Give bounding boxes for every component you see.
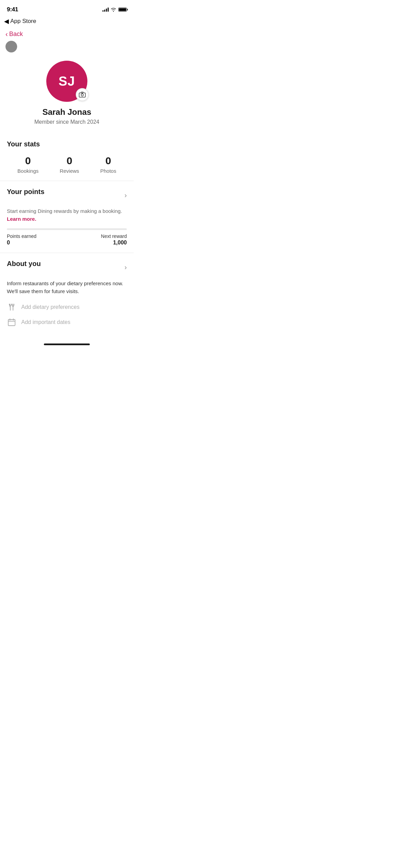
home-bar: [44, 343, 90, 345]
stat-photos-value: 0: [105, 155, 111, 167]
app-store-bar: ◀ App Store: [0, 16, 134, 27]
status-bar: 9:41: [0, 0, 134, 16]
points-next-reward-value: 1,000: [113, 240, 127, 246]
points-section-title: Your points: [7, 188, 45, 196]
home-indicator: [0, 339, 134, 348]
avatar-placeholder: [5, 41, 17, 52]
points-labels-row: Points earned Next reward: [7, 233, 127, 239]
change-photo-button[interactable]: [76, 88, 89, 101]
learn-more-link[interactable]: Learn more.: [7, 216, 36, 222]
fork-knife-icon: [7, 303, 16, 312]
about-section-title: About you: [7, 260, 41, 268]
avatar-initials: SJ: [59, 74, 75, 89]
avatar-wrapper: SJ: [46, 61, 87, 102]
calendar-svg-icon: [7, 318, 16, 327]
svg-rect-8: [8, 320, 15, 326]
important-dates-label: Add important dates: [21, 319, 70, 325]
profile-member-since: Member since March 2024: [34, 119, 99, 125]
camera-icon: [79, 91, 86, 98]
stat-reviews-label: Reviews: [60, 168, 79, 174]
stats-row: 0 Bookings 0 Reviews 0 Photos: [7, 155, 127, 174]
wifi-icon: [111, 8, 116, 12]
dietary-preferences-item[interactable]: Add dietary preferences: [7, 302, 127, 312]
about-section-header[interactable]: About you ›: [7, 260, 127, 275]
back-nav[interactable]: ‹ Back: [0, 27, 134, 39]
back-chevron-icon: ‹: [5, 30, 8, 38]
calendar-icon: [7, 317, 16, 327]
signal-icon: [102, 8, 109, 12]
points-values-row: 0 1,000: [7, 240, 127, 246]
app-store-back-button[interactable]: ◀ App Store: [4, 18, 36, 25]
app-store-label: App Store: [10, 18, 36, 25]
points-progress-bar: [7, 228, 127, 230]
status-icons: [102, 8, 127, 12]
stat-reviews-value: 0: [66, 155, 72, 167]
points-description: Start earning Dining rewards by making a…: [7, 207, 127, 223]
about-description: Inform restaurants of your dietary prefe…: [7, 279, 127, 296]
points-section-header[interactable]: Your points ›: [7, 188, 127, 203]
back-label: Back: [9, 31, 23, 38]
points-chevron-icon: ›: [124, 191, 127, 199]
dietary-icon: [7, 302, 16, 312]
stat-bookings-value: 0: [25, 155, 31, 167]
battery-icon: [118, 8, 127, 12]
svg-point-0: [81, 94, 84, 96]
stat-photos-label: Photos: [100, 168, 116, 174]
about-chevron-icon: ›: [124, 263, 127, 271]
dietary-preferences-label: Add dietary preferences: [21, 304, 80, 310]
about-you-section: About you › Inform restaurants of your d…: [0, 253, 134, 339]
points-next-reward-label: Next reward: [101, 233, 127, 239]
important-dates-item[interactable]: Add important dates: [7, 317, 127, 327]
profile-name: Sarah Jonas: [42, 107, 92, 117]
status-time: 9:41: [7, 6, 18, 13]
stat-bookings: 0 Bookings: [17, 155, 39, 174]
stats-section-title: Your stats: [7, 140, 127, 148]
app-store-chevron-icon: ◀: [4, 18, 9, 24]
stat-photos: 0 Photos: [100, 155, 116, 174]
stat-bookings-label: Bookings: [17, 168, 39, 174]
profile-section: SJ Sarah Jonas Member since March 2024: [0, 52, 134, 132]
points-earned-label: Points earned: [7, 233, 36, 239]
points-section: Your points › Start earning Dining rewar…: [0, 181, 134, 253]
points-earned-value: 0: [7, 240, 10, 246]
points-description-text: Start earning Dining rewards by making a…: [7, 208, 122, 214]
stats-section: Your stats 0 Bookings 0 Reviews 0 Photos: [0, 132, 134, 181]
stat-reviews: 0 Reviews: [60, 155, 79, 174]
